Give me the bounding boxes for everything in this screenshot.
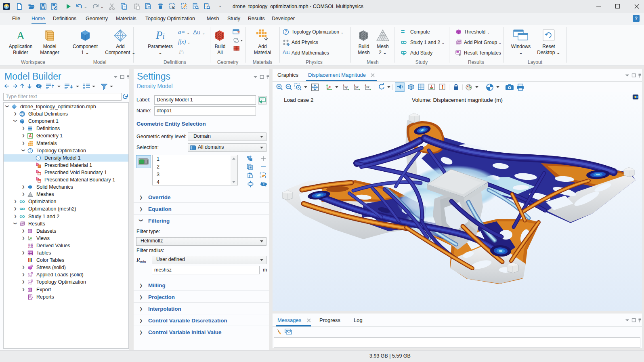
- svg-text:e-12: e-12: [28, 246, 33, 248]
- svg-text:?: ?: [285, 30, 287, 34]
- svg-text:xy: xy: [344, 85, 348, 89]
- svg-text:?: ?: [29, 149, 31, 153]
- svg-text:yz: yz: [355, 85, 359, 89]
- svg-text:Pi: Pi: [155, 29, 165, 41]
- svg-text:A: A: [17, 29, 25, 42]
- svg-text:xz: xz: [366, 85, 369, 89]
- svg-text:?: ?: [37, 156, 39, 160]
